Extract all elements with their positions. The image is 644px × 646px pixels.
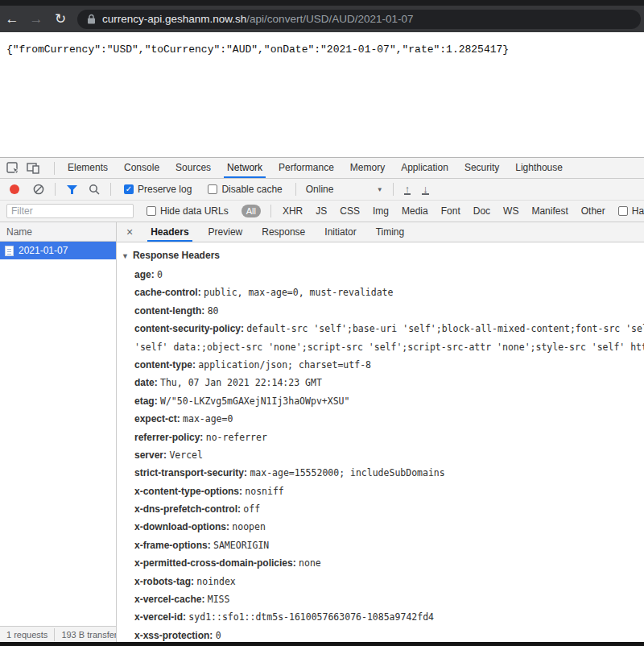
devtools-tab-sources[interactable]: Sources xyxy=(167,158,219,178)
devtools-tab-elements[interactable]: Elements xyxy=(60,158,116,178)
filter-type-js[interactable]: JS xyxy=(309,205,333,217)
response-header-row: content-security-policy: default-src 'se… xyxy=(117,320,644,337)
header-name: strict-transport-security: xyxy=(134,467,250,478)
filter-type-media[interactable]: Media xyxy=(395,205,435,217)
has-blocked-cookies-checkbox[interactable]: Has blocked cookies xyxy=(618,205,644,217)
divider xyxy=(110,183,111,196)
record-icon[interactable] xyxy=(10,184,19,194)
header-name: content-length: xyxy=(134,305,208,317)
detail-tabs: HeadersPreviewResponseInitiatorTiming xyxy=(141,222,414,242)
reload-icon[interactable]: ↻ xyxy=(48,10,72,27)
hide-data-urls-checkbox[interactable]: Hide data URLs xyxy=(147,205,229,217)
network-filter-row: Hide data URLs All XHRJSCSSImgMediaFontD… xyxy=(0,201,644,222)
filter-type-manifest[interactable]: Manifest xyxy=(525,205,574,217)
filter-type-img[interactable]: Img xyxy=(366,205,395,217)
devtools-tab-performance[interactable]: Performance xyxy=(270,158,342,178)
divider xyxy=(270,205,271,217)
request-list-panel: Name 2021-01-07 1 requests 193 B transfe… xyxy=(0,222,117,642)
filter-icon[interactable] xyxy=(63,185,80,194)
header-name: x-download-options: xyxy=(134,521,232,532)
export-har-icon[interactable]: ↓ xyxy=(422,184,429,195)
detail-tab-initiator[interactable]: Initiator xyxy=(315,222,365,242)
devtools-tab-network[interactable]: Network xyxy=(219,158,270,178)
devtools-tab-application[interactable]: Application xyxy=(393,158,456,178)
response-header-row: date: Thu, 07 Jan 2021 22:14:23 GMT xyxy=(117,374,644,391)
response-header-row: x-permitted-cross-domain-policies: none xyxy=(117,554,644,572)
header-name: server: xyxy=(134,449,169,461)
header-name: etag: xyxy=(134,395,160,407)
response-header-row: referrer-policy: no-referrer xyxy=(117,429,644,446)
request-list-empty xyxy=(0,259,116,626)
header-name: age: xyxy=(134,269,157,280)
devtools-tab-security[interactable]: Security xyxy=(456,158,507,178)
transferred-size: 193 B transferred xyxy=(55,630,116,640)
header-value: 0 xyxy=(216,630,221,641)
throttling-value: Online xyxy=(306,184,334,195)
preserve-log-checkbox[interactable]: ✓ Preserve log xyxy=(124,184,192,195)
header-name: x-vercel-id: xyxy=(134,611,188,623)
device-toolbar-icon[interactable] xyxy=(27,162,39,175)
network-toolbar: ✓ Preserve log Disable cache Online ▼ ↑ … xyxy=(0,179,644,201)
filter-input[interactable] xyxy=(6,204,134,218)
checkbox-unchecked-icon xyxy=(208,184,217,194)
section-title-label: Response Headers xyxy=(133,250,220,261)
response-header-row: x-xss-protection: 0 xyxy=(117,627,644,642)
devtools-tab-memory[interactable]: Memory xyxy=(342,158,393,178)
response-header-row: strict-transport-security: max-age=15552… xyxy=(117,464,644,482)
divider xyxy=(393,183,394,196)
header-value: 'self' data:;object-src 'none';script-sr… xyxy=(134,342,644,353)
screen: ← → ↻ currency-api.geshanm.now.sh/api/co… xyxy=(0,0,644,646)
response-header-row: x-vercel-cache: MISS xyxy=(117,590,644,608)
detail-tab-headers[interactable]: Headers xyxy=(141,222,198,242)
header-value: max-age=15552000; includeSubDomains xyxy=(250,467,444,478)
header-value: noopen xyxy=(232,521,266,532)
header-value: syd1::sfo1::dtm5s-1610057663076-1085a974… xyxy=(188,611,434,623)
checkbox-unchecked-icon xyxy=(147,206,156,216)
clear-icon[interactable] xyxy=(30,184,47,195)
detail-tab-response[interactable]: Response xyxy=(252,222,315,242)
response-header-row: etag: W/"50-LKZvg5mGAXejN1Ij3haOWpv+XSU" xyxy=(117,392,644,410)
import-har-icon[interactable]: ↑ xyxy=(404,184,411,195)
devtools-tab-lighthouse[interactable]: Lighthouse xyxy=(507,158,571,178)
request-detail-panel: × HeadersPreviewResponseInitiatorTiming … xyxy=(117,222,644,642)
header-value: noindex xyxy=(196,576,235,587)
devtools-tab-console[interactable]: Console xyxy=(116,158,167,178)
detail-tab-preview[interactable]: Preview xyxy=(199,222,253,242)
has-blocked-cookies-label: Has blocked cookies xyxy=(632,205,644,217)
filter-type-font[interactable]: Font xyxy=(435,205,467,217)
header-value: public, max-age=0, must-revalidate xyxy=(204,287,393,298)
filter-type-other[interactable]: Other xyxy=(575,205,612,217)
forward-icon[interactable]: → xyxy=(24,11,48,27)
filter-type-doc[interactable]: Doc xyxy=(467,205,497,217)
header-value: W/"50-LKZvg5mGAXejN1Ij3haOWpv+XSU" xyxy=(160,395,349,407)
header-name: x-dns-prefetch-control: xyxy=(134,503,243,515)
devtools-left-icons xyxy=(0,162,49,175)
url-bar[interactable]: currency-api.geshanm.now.sh/api/convert/… xyxy=(77,10,641,29)
response-headers-list: age: 0cache-control: public, max-age=0, … xyxy=(117,266,644,642)
name-column-header[interactable]: Name xyxy=(0,222,116,242)
filter-type-ws[interactable]: WS xyxy=(497,205,525,217)
filter-all-pill[interactable]: All xyxy=(242,205,261,217)
inspect-element-icon[interactable] xyxy=(6,162,20,175)
divider xyxy=(55,183,56,196)
search-icon[interactable] xyxy=(85,184,103,195)
header-value: SAMEORIGIN xyxy=(213,540,269,551)
throttling-dropdown[interactable]: Online ▼ xyxy=(306,184,383,195)
request-row[interactable]: 2021-01-07 xyxy=(0,242,116,259)
detail-tabbar: × HeadersPreviewResponseInitiatorTiming xyxy=(117,222,644,242)
close-icon[interactable]: × xyxy=(117,226,141,238)
filter-type-xhr[interactable]: XHR xyxy=(276,205,309,217)
response-header-row: x-frame-options: SAMEORIGIN xyxy=(117,536,644,554)
detail-tab-timing[interactable]: Timing xyxy=(366,222,415,242)
devtools-tabs: ElementsConsoleSourcesNetworkPerformance… xyxy=(60,158,571,178)
checkbox-unchecked-icon xyxy=(618,206,628,216)
headers-content: ▼Response Headers age: 0cache-control: p… xyxy=(117,242,644,642)
header-value: max-age=0 xyxy=(183,413,233,424)
response-header-row: x-dns-prefetch-control: off xyxy=(117,500,644,518)
back-icon[interactable]: ← xyxy=(0,11,24,27)
disable-cache-checkbox[interactable]: Disable cache xyxy=(208,184,282,195)
filter-type-css[interactable]: CSS xyxy=(333,205,366,217)
header-value: Thu, 07 Jan 2021 22:14:23 GMT xyxy=(160,377,322,388)
header-value: application/json; charset=utf-8 xyxy=(198,359,371,371)
response-headers-section-title[interactable]: ▼Response Headers xyxy=(117,248,644,266)
